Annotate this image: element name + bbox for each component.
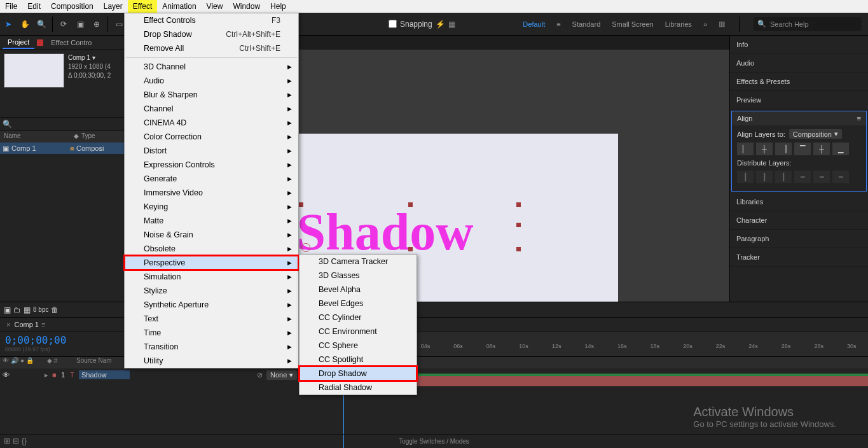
panel-preview[interactable]: Preview (730, 91, 868, 109)
ws-libraries[interactable]: Libraries (665, 20, 692, 28)
effect-cat-blur-sharpen[interactable]: Blur & Sharpen▶ (125, 88, 298, 102)
align-top-icon[interactable]: ▔ (794, 143, 811, 155)
align-bottom-icon[interactable]: ▁ (832, 143, 849, 155)
effect-cat-3d-channel[interactable]: 3D Channel▶ (125, 60, 298, 74)
solo-col-icon[interactable]: ● (20, 357, 24, 368)
panel-tracker[interactable]: Tracker (730, 248, 868, 267)
align-header-label[interactable]: Align (737, 115, 752, 122)
ws-menu-icon[interactable]: ≡ (556, 20, 560, 28)
anchor-tool-icon[interactable]: ⊕ (90, 17, 104, 31)
perspective-3d-glasses[interactable]: 3D Glasses (300, 269, 417, 283)
snapping-checkbox[interactable] (389, 20, 397, 28)
handle-tr[interactable] (516, 202, 521, 207)
ws-small[interactable]: Small Screen (612, 20, 653, 28)
perspective-cc-sphere[interactable]: CC Sphere (300, 339, 417, 353)
panel-audio[interactable]: Audio (730, 54, 868, 73)
ws-default[interactable]: Default (523, 20, 545, 28)
anchor-point-icon[interactable] (301, 243, 310, 252)
handle-bc[interactable] (408, 247, 413, 251)
col-type[interactable]: Type (78, 131, 99, 143)
tl-opt1-icon[interactable]: ⊞ (4, 437, 10, 445)
label-col-icon[interactable]: ◆ (47, 357, 52, 364)
rotate-tool-icon[interactable]: ⟳ (57, 17, 71, 31)
perspective-bevel-alpha[interactable]: Bevel Alpha (300, 283, 417, 297)
tab-project[interactable]: Project (3, 36, 34, 49)
effect-menu-dropdown[interactable]: Effect ControlsF3Drop ShadowCtrl+Alt+Shi… (124, 13, 299, 368)
layer-name[interactable]: Shadow (79, 370, 130, 379)
effect-cat-audio[interactable]: Audio▶ (125, 74, 298, 88)
perspective-radial-shadow[interactable]: Radial Shadow (300, 381, 417, 395)
menu-file[interactable]: File (0, 0, 22, 13)
effect-cat-simulation[interactable]: Simulation▶ (125, 270, 298, 284)
col-name[interactable]: Name (0, 131, 70, 143)
align-vcenter-icon[interactable]: ┼ (813, 143, 830, 155)
effect-menu-remove-all[interactable]: Remove AllCtrl+Shift+E (125, 41, 298, 55)
handle-mr[interactable] (516, 223, 521, 227)
effect-menu-drop-shadow[interactable]: Drop ShadowCtrl+Alt+Shift+E (125, 27, 298, 41)
effect-cat-distort[interactable]: Distort▶ (125, 144, 298, 158)
panel-paragraph[interactable]: Paragraph (730, 230, 868, 248)
trash-icon[interactable]: 🗑 (51, 305, 59, 314)
lock-col-icon[interactable]: 🔒 (26, 357, 34, 368)
eye-toggle[interactable]: 👁 (3, 371, 10, 379)
handle-br[interactable] (516, 247, 521, 251)
parent-link-icon[interactable]: ⊘ (257, 371, 263, 379)
effect-cat-noise-grain[interactable]: Noise & Grain▶ (125, 228, 298, 242)
align-hcenter-icon[interactable]: ┼ (756, 143, 773, 155)
panel-character[interactable]: Character (730, 211, 868, 230)
effect-cat-text[interactable]: Text▶ (125, 312, 298, 326)
zoom-tool-icon[interactable]: 🔍 (34, 17, 48, 31)
menu-view[interactable]: View (202, 0, 228, 13)
effect-cat-perspective[interactable]: Perspective▶ (125, 256, 298, 270)
project-item-comp1[interactable]: ▣ Comp 1 ■ Composi (0, 143, 130, 154)
perspective-3d-camera-tracker[interactable]: 3D Camera Tracker (300, 255, 417, 269)
perspective-drop-shadow[interactable]: Drop Shadow (300, 367, 417, 381)
timeline-tab-comp[interactable]: Comp 1 (14, 321, 39, 328)
effect-cat-cinema-4d[interactable]: CINEMA 4D▶ (125, 116, 298, 130)
bpc-label[interactable]: 8 bpc (33, 306, 48, 313)
ws-overflow-icon[interactable]: » (703, 20, 707, 28)
perspective-bevel-edges[interactable]: Bevel Edges (300, 297, 417, 311)
hand-tool-icon[interactable]: ✋ (18, 17, 32, 31)
effect-cat-time[interactable]: Time▶ (125, 326, 298, 340)
perspective-cc-environment[interactable]: CC Environment (300, 325, 417, 339)
text-layer-shadow[interactable]: Shadow (297, 202, 474, 262)
camera-tool-icon[interactable]: ▣ (73, 17, 87, 31)
new-comp-icon[interactable]: ▦ (24, 305, 31, 314)
panel-menu-icon[interactable]: ≡ (857, 115, 861, 122)
search-help[interactable]: 🔍 Search Help (754, 17, 862, 31)
handle-tl[interactable] (299, 202, 303, 207)
effect-cat-stylize[interactable]: Stylize▶ (125, 284, 298, 298)
effect-cat-synthetic-aperture[interactable]: Synthetic Aperture▶ (125, 298, 298, 312)
align-left-icon[interactable]: ▏ (737, 143, 754, 155)
perspective-submenu[interactable]: 3D Camera Tracker3D GlassesBevel AlphaBe… (299, 254, 417, 395)
perspective-cc-cylinder[interactable]: CC Cylinder (300, 311, 417, 325)
effect-cat-color-correction[interactable]: Color Correction▶ (125, 130, 298, 144)
tl-opt2-icon[interactable]: ⊟ (13, 437, 19, 445)
handle-tc[interactable] (408, 202, 413, 207)
effect-cat-transition[interactable]: Transition▶ (125, 340, 298, 354)
time-ruler[interactable]: :00s02s04s06s08s10s12s14s16s18s20s22s24s… (343, 332, 868, 356)
comp-thumbnail[interactable] (4, 53, 64, 88)
effect-cat-matte[interactable]: Matte▶ (125, 214, 298, 228)
layer-track[interactable] (343, 374, 868, 386)
menubar[interactable]: File Edit Composition Layer Effect Anima… (0, 0, 868, 13)
menu-effect[interactable]: Effect (128, 0, 157, 13)
align-right-icon[interactable]: ▕ (775, 143, 792, 155)
ws-standard[interactable]: Standard (572, 20, 601, 28)
effect-cat-utility[interactable]: Utility▶ (125, 354, 298, 368)
search-icon[interactable]: 🔍 (3, 120, 12, 129)
snap-grid-icon[interactable]: ▦ (448, 20, 455, 29)
effect-cat-immersive-video[interactable]: Immersive Video▶ (125, 186, 298, 200)
tab-effect-controls[interactable]: Effect Contro (46, 37, 97, 48)
effect-cat-keying[interactable]: Keying▶ (125, 200, 298, 214)
toggle-switches[interactable]: Toggle Switches / Modes (399, 438, 469, 445)
selection-tool-icon[interactable]: ➤ (1, 17, 15, 31)
menu-layer[interactable]: Layer (99, 0, 128, 13)
menu-help[interactable]: Help (265, 0, 291, 13)
panel-libraries[interactable]: Libraries (730, 193, 868, 211)
ws-panel-icon[interactable]: ▥ (719, 20, 725, 28)
interpret-icon[interactable]: ▣ (4, 305, 11, 314)
effect-menu-effect-controls[interactable]: Effect ControlsF3 (125, 13, 298, 27)
menu-composition[interactable]: Composition (46, 0, 99, 13)
